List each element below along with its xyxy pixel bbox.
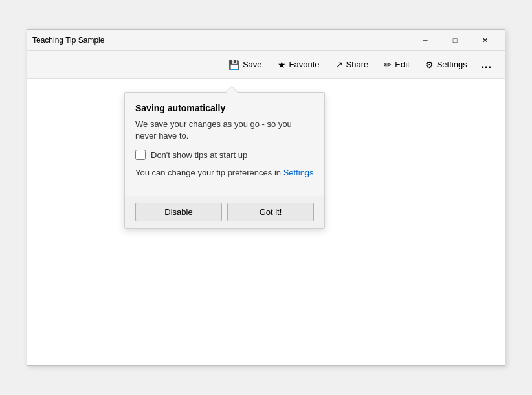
save-button[interactable]: 💾 Save: [222, 56, 269, 73]
settings-icon: ⚙: [425, 60, 434, 70]
content-area: Saving automatically We save your change…: [27, 79, 505, 365]
tip-tail: [225, 86, 238, 93]
more-label: ...: [482, 59, 492, 70]
title-bar: Teaching Tip Sample: [27, 30, 505, 51]
minimize-icon: [423, 36, 427, 45]
save-label: Save: [243, 60, 262, 69]
teaching-tip-popup: Saving automatically We save your change…: [124, 92, 325, 229]
edit-label: Edit: [395, 60, 409, 69]
settings-row-prefix: You can change your tip preferences in: [135, 168, 283, 177]
tip-checkbox-row: Don't show tips at start up: [135, 150, 314, 160]
edit-button[interactable]: ✏ Edit: [377, 56, 416, 73]
share-icon: ↗: [335, 60, 343, 70]
settings-label: Settings: [437, 60, 467, 69]
maximize-icon: [453, 36, 458, 45]
tip-body: Saving automatically We save your change…: [125, 93, 324, 196]
toolbar: 💾 Save ★ Favorite ↗ Share ✏ Edit ⚙ Setti…: [27, 51, 505, 79]
disable-button[interactable]: Disable: [135, 203, 222, 221]
tip-title: Saving automatically: [135, 103, 314, 113]
favorite-button[interactable]: ★ Favorite: [271, 56, 326, 73]
window-title: Teaching Tip Sample: [32, 36, 410, 45]
dont-show-label: Don't show tips at start up: [151, 150, 247, 160]
star-icon: ★: [278, 60, 286, 70]
more-button[interactable]: ...: [476, 56, 497, 74]
share-label: Share: [346, 60, 369, 69]
tip-description: We save your changes as you go - so you …: [135, 119, 314, 142]
maximize-button[interactable]: [440, 30, 470, 51]
main-window: Teaching Tip Sample 💾 Save ★ Favorite ↗ …: [27, 29, 505, 366]
window-controls: [410, 30, 500, 51]
tip-settings-row: You can change your tip preferences in S…: [135, 168, 314, 177]
tip-footer: Disable Got it!: [125, 196, 324, 228]
close-icon: [482, 36, 488, 45]
close-button[interactable]: [470, 30, 500, 51]
settings-button[interactable]: ⚙ Settings: [419, 56, 474, 73]
got-it-button[interactable]: Got it!: [227, 203, 314, 221]
dont-show-checkbox[interactable]: [135, 150, 146, 160]
minimize-button[interactable]: [410, 30, 440, 51]
share-button[interactable]: ↗ Share: [329, 56, 375, 73]
settings-link[interactable]: Settings: [283, 168, 314, 177]
edit-icon: ✏: [384, 60, 392, 70]
save-icon: 💾: [228, 60, 239, 70]
favorite-label: Favorite: [289, 60, 320, 69]
